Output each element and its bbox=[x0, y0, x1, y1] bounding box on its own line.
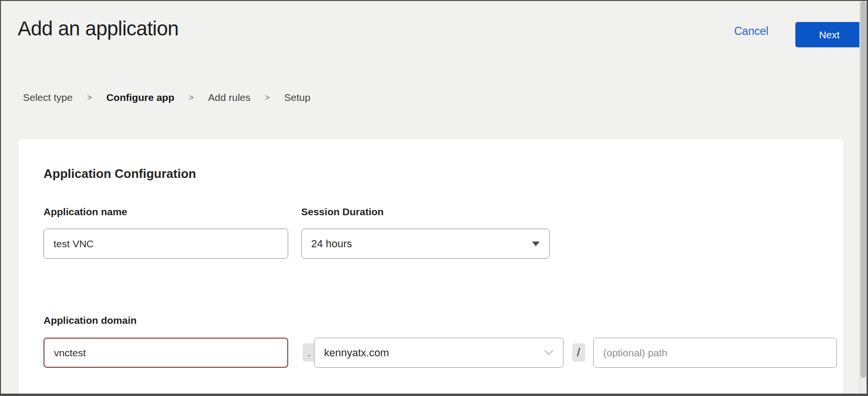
session-duration-select[interactable]: 24 hours bbox=[301, 229, 550, 259]
add-application-page: Add an application Cancel Next Select ty… bbox=[0, 0, 868, 396]
page-title: Add an application bbox=[18, 17, 179, 40]
breadcrumb: Select type > Configure app > Add rules … bbox=[23, 92, 310, 103]
scrollbar-thumb[interactable] bbox=[860, 1, 866, 378]
domain-slash-separator: / bbox=[572, 343, 585, 362]
domain-dot-separator: . bbox=[303, 343, 315, 362]
session-duration-value: 24 hours bbox=[311, 238, 526, 250]
subdomain-input[interactable] bbox=[43, 338, 288, 368]
application-name-input[interactable] bbox=[43, 229, 288, 259]
path-input[interactable] bbox=[593, 338, 837, 368]
breadcrumb-step-select-type[interactable]: Select type bbox=[23, 92, 73, 103]
configuration-card: Application Configuration Application na… bbox=[18, 138, 844, 396]
domain-select[interactable]: kennyatx.com bbox=[314, 338, 564, 368]
breadcrumb-step-configure-app[interactable]: Configure app bbox=[106, 92, 174, 103]
domain-select-value: kennyatx.com bbox=[324, 347, 538, 359]
breadcrumb-separator-icon: > bbox=[265, 93, 270, 103]
next-button[interactable]: Next bbox=[795, 22, 863, 47]
breadcrumb-step-add-rules[interactable]: Add rules bbox=[208, 92, 250, 103]
caret-down-icon bbox=[532, 242, 540, 246]
section-heading: Application Configuration bbox=[43, 166, 196, 181]
application-domain-label: Application domain bbox=[43, 315, 137, 326]
application-name-label: Application name bbox=[43, 206, 127, 218]
cancel-button[interactable]: Cancel bbox=[734, 25, 769, 38]
chevron-down-icon bbox=[544, 350, 553, 356]
vertical-scrollbar[interactable] bbox=[859, 1, 867, 394]
breadcrumb-step-setup[interactable]: Setup bbox=[284, 92, 311, 103]
breadcrumb-separator-icon: > bbox=[189, 93, 194, 103]
breadcrumb-separator-icon: > bbox=[87, 93, 92, 103]
session-duration-label: Session Duration bbox=[301, 206, 384, 218]
